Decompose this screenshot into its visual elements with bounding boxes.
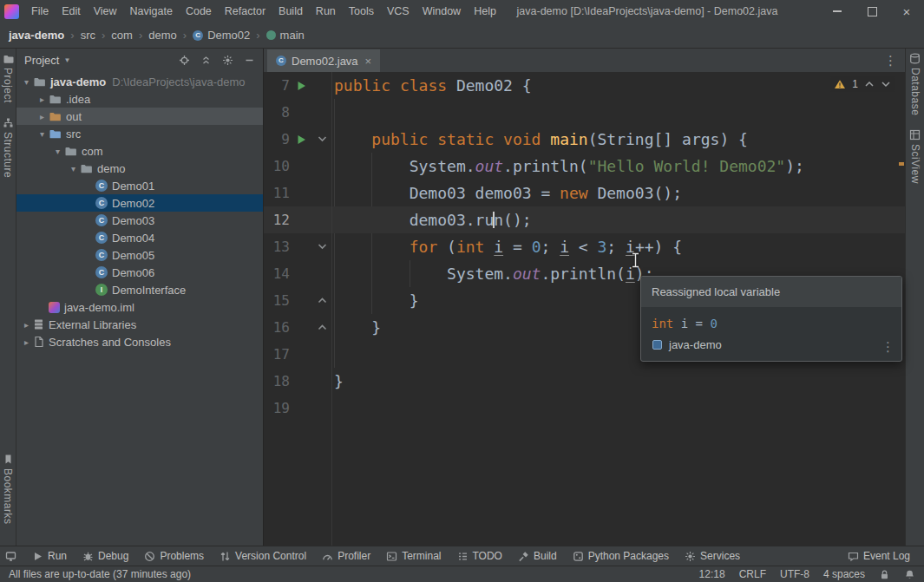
menu-file[interactable]: File: [25, 3, 55, 19]
tree-item-demo[interactable]: ▾demo: [16, 160, 263, 177]
menu-refactor[interactable]: Refactor: [219, 3, 272, 19]
tree-item-demo02[interactable]: CDemo02: [16, 194, 263, 212]
inspections-widget[interactable]: 1: [830, 76, 895, 92]
chevron-down-icon[interactable]: ▾: [20, 77, 33, 87]
tooltip-more-icon[interactable]: ⋮: [881, 339, 895, 355]
toolwindows-icon[interactable]: [5, 551, 16, 562]
code-line-19[interactable]: 19: [264, 395, 905, 422]
tree-item-scratches-and-consoles[interactable]: ▸Scratches and Consoles: [16, 333, 263, 350]
toolwindow-problems[interactable]: Problems: [144, 550, 204, 562]
close-tab-icon[interactable]: ×: [365, 56, 372, 67]
fold-down-icon[interactable]: [312, 135, 331, 143]
tool-stripe-structure[interactable]: Structure: [2, 117, 14, 178]
code-line-7[interactable]: 7public class Demo02 {: [264, 72, 905, 99]
breadcrumb-demo02[interactable]: CDemo02: [193, 29, 250, 42]
run-gutter-icon[interactable]: [290, 81, 312, 91]
hide-icon[interactable]: [244, 55, 255, 66]
lock-icon[interactable]: [879, 569, 890, 580]
status-encoding[interactable]: UTF-8: [780, 568, 809, 580]
tree-item-src[interactable]: ▾src: [16, 125, 263, 142]
status-caret-position[interactable]: 12:18: [699, 568, 725, 580]
tree-item-path: D:\IdeaProjects\java-demo: [112, 75, 245, 88]
tree-item-java-demo[interactable]: ▾java-demoD:\IdeaProjects\java-demo: [16, 73, 263, 90]
menu-navigate[interactable]: Navigate: [124, 3, 179, 19]
locate-icon[interactable]: [179, 55, 190, 66]
toolwindow-event-log[interactable]: Event Log: [848, 550, 910, 562]
tree-item-demo01[interactable]: CDemo01: [16, 177, 263, 194]
toolwindow-debug[interactable]: Debug: [82, 550, 128, 562]
chevron-down-icon[interactable]: ▾: [36, 129, 49, 139]
tree-item-demo04[interactable]: CDemo04: [16, 229, 263, 246]
menu-edit[interactable]: Edit: [56, 3, 87, 19]
warning-count: 1: [852, 78, 858, 90]
toolwindow-python-packages[interactable]: Python Packages: [573, 550, 669, 562]
toolwindow-run[interactable]: Run: [32, 550, 67, 562]
chevron-down-icon[interactable]: ▾: [67, 164, 80, 173]
tree-item-idea[interactable]: ▸.idea: [16, 90, 263, 108]
code-line-12[interactable]: 12 demo03.run();: [264, 206, 905, 233]
class-icon: C: [193, 30, 203, 41]
bell-icon[interactable]: [904, 569, 915, 580]
status-line-separator[interactable]: CRLF: [739, 568, 766, 580]
toolwindow-todo[interactable]: TODO: [457, 550, 502, 562]
settings-icon[interactable]: [222, 55, 233, 66]
tree-item-demo05[interactable]: CDemo05: [16, 246, 263, 264]
tree-item-out[interactable]: ▸out: [16, 108, 263, 125]
tab-demo02-java[interactable]: C Demo02.java ×: [267, 49, 380, 72]
chevron-right-icon[interactable]: ▸: [36, 95, 49, 104]
collapse-all-icon[interactable]: [200, 55, 212, 66]
breadcrumb-main[interactable]: main: [266, 29, 305, 42]
close-button[interactable]: ×: [889, 0, 924, 23]
menu-vcs[interactable]: VCS: [381, 3, 416, 19]
fold-up-icon[interactable]: [312, 297, 331, 304]
code-line-8[interactable]: 8: [264, 99, 905, 126]
minimize-button[interactable]: [820, 0, 855, 23]
tree-item-external-libraries[interactable]: ▸External Libraries: [16, 316, 263, 333]
more-options-icon[interactable]: ⋮: [884, 53, 897, 69]
tool-stripe-sciview[interactable]: SciView: [909, 129, 921, 184]
chevron-right-icon[interactable]: ▸: [20, 337, 33, 347]
chevron-right-icon[interactable]: ▸: [20, 320, 33, 330]
toolwindow-services[interactable]: Services: [685, 550, 740, 562]
run-gutter-icon[interactable]: [290, 134, 312, 145]
tree-item-java-demo-iml[interactable]: java-demo.iml: [16, 298, 263, 316]
maximize-button[interactable]: [855, 0, 889, 23]
menu-view[interactable]: View: [88, 3, 123, 19]
chevron-right-icon[interactable]: ▸: [36, 112, 49, 121]
toolwindow-terminal[interactable]: Terminal: [386, 550, 441, 562]
code-line-9[interactable]: 9 public static void main(String[] args)…: [264, 126, 905, 153]
previous-warning-icon[interactable]: [864, 80, 875, 88]
tree-item-demo03[interactable]: CDemo03: [16, 212, 263, 229]
status-indent[interactable]: 4 spaces: [823, 568, 865, 580]
tree-item-demo06[interactable]: CDemo06: [16, 264, 263, 281]
chevron-down-icon[interactable]: ▾: [51, 147, 64, 156]
breadcrumb-com[interactable]: com: [111, 29, 133, 42]
fold-down-icon[interactable]: [312, 243, 331, 251]
tree-item-demointerface[interactable]: IDemoInterface: [16, 281, 263, 298]
code-line-13[interactable]: 13 for (int i = 0; i < 3; i++) {: [264, 233, 905, 260]
tool-stripe-bookmarks[interactable]: Bookmarks: [2, 454, 14, 525]
code-line-18[interactable]: 18}: [264, 368, 905, 395]
menu-code[interactable]: Code: [180, 3, 218, 19]
gutter-separator: [331, 72, 332, 546]
tool-stripe-project[interactable]: Project: [2, 53, 14, 103]
breadcrumb-src[interactable]: src: [81, 29, 95, 42]
breadcrumb-java-demo[interactable]: java-demo: [9, 29, 64, 42]
menu-tools[interactable]: Tools: [343, 3, 380, 19]
next-warning-icon[interactable]: [881, 80, 891, 88]
toolwindow-version-control[interactable]: Version Control: [220, 550, 306, 562]
fold-up-icon[interactable]: [312, 324, 331, 331]
toolwindow-build[interactable]: Build: [518, 550, 557, 562]
toolwindow-profiler[interactable]: Profiler: [322, 550, 370, 562]
analysis-stripe-mark[interactable]: [899, 162, 904, 166]
project-view-select[interactable]: Project ▼: [24, 54, 70, 67]
menu-build[interactable]: Build: [272, 3, 309, 19]
menu-run[interactable]: Run: [310, 3, 342, 19]
breadcrumb-demo[interactable]: demo: [148, 29, 177, 42]
menu-window[interactable]: Window: [416, 3, 467, 19]
code-line-11[interactable]: 11 Demo03 demo03 = new Demo03();: [264, 180, 905, 206]
tool-stripe-database[interactable]: Database: [909, 53, 921, 115]
tree-item-com[interactable]: ▾com: [16, 142, 263, 160]
tree-item-label: java-demo: [50, 75, 106, 88]
code-line-10[interactable]: 10 System.out.println("Hello World! Demo…: [264, 153, 905, 180]
